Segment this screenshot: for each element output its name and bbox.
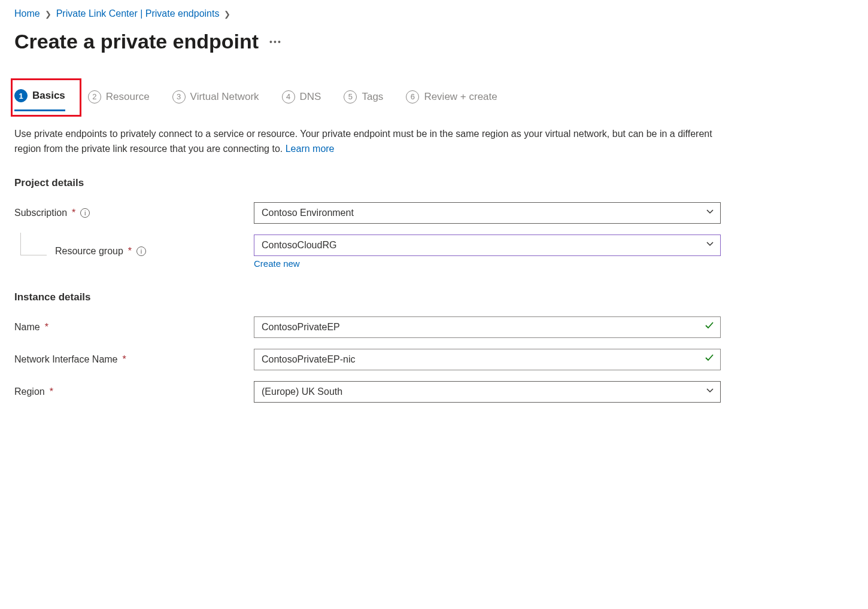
required-icon: *	[128, 246, 132, 257]
row-name: Name * ContosoPrivateEP	[14, 316, 854, 338]
required-icon: *	[50, 386, 53, 397]
learn-more-link[interactable]: Learn more	[286, 144, 335, 154]
step-number-icon: 6	[406, 90, 419, 103]
required-icon: *	[123, 354, 126, 365]
required-icon: *	[72, 208, 75, 218]
create-new-link[interactable]: Create new	[254, 258, 300, 269]
checkmark-icon	[705, 353, 714, 366]
row-region: Region * (Europe) UK South	[14, 381, 854, 403]
breadcrumb-home[interactable]: Home	[14, 8, 40, 19]
row-resource-group: Resource group * i ContosoCloudRG Create…	[14, 235, 854, 269]
step-number-icon: 2	[88, 90, 101, 103]
row-subscription: Subscription * i Contoso Environment	[14, 202, 854, 224]
chevron-down-icon	[706, 239, 714, 252]
chevron-right-icon: ❯	[224, 10, 230, 19]
tree-line-icon	[20, 233, 47, 255]
tab-resource[interactable]: 2 Resource	[88, 90, 150, 111]
chevron-right-icon: ❯	[45, 10, 51, 19]
section-project-details: Project details Subscription * i Contoso…	[14, 177, 854, 269]
label-region: Region	[14, 386, 45, 397]
tab-label: DNS	[300, 91, 321, 103]
resource-group-select[interactable]: ContosoCloudRG	[254, 235, 721, 256]
step-number-icon: 5	[344, 90, 357, 103]
region-select[interactable]: (Europe) UK South	[254, 381, 721, 403]
name-input[interactable]: ContosoPrivateEP	[254, 316, 721, 338]
resource-group-value: ContosoCloudRG	[262, 240, 336, 250]
name-value: ContosoPrivateEP	[262, 322, 340, 332]
step-number-icon: 3	[172, 90, 186, 103]
tab-label: Virtual Network	[190, 91, 259, 103]
tab-label: Review + create	[424, 91, 497, 103]
nic-value: ContosoPrivateEP-nic	[262, 354, 356, 364]
tab-review-create[interactable]: 6 Review + create	[406, 90, 497, 111]
tab-tags[interactable]: 5 Tags	[344, 90, 383, 111]
tab-dns[interactable]: 4 DNS	[282, 90, 321, 111]
breadcrumb: Home ❯ Private Link Center | Private end…	[14, 8, 854, 19]
nic-name-input[interactable]: ContosoPrivateEP-nic	[254, 349, 721, 370]
required-icon: *	[45, 322, 48, 333]
wizard-tabs: 1 Basics 2 Resource 3 Virtual Network 4 …	[14, 89, 854, 111]
step-number-icon: 1	[14, 89, 28, 102]
section-instance-details: Instance details Name * ContosoPrivateEP…	[14, 291, 854, 403]
tab-virtual-network[interactable]: 3 Virtual Network	[172, 90, 259, 111]
tab-label: Basics	[32, 90, 65, 102]
breadcrumb-private-link-center[interactable]: Private Link Center | Private endpoints	[56, 8, 220, 19]
step-number-icon: 4	[282, 90, 295, 103]
label-name: Name	[14, 322, 40, 333]
label-resource-group: Resource group	[55, 246, 123, 257]
row-nic-name: Network Interface Name * ContosoPrivateE…	[14, 349, 854, 370]
chevron-down-icon	[706, 385, 714, 398]
section-title-project: Project details	[14, 177, 854, 189]
page-title: Create a private endpoint	[14, 30, 259, 53]
chevron-down-icon	[706, 206, 714, 220]
intro-text: Use private endpoints to privately conne…	[14, 127, 715, 157]
section-title-instance: Instance details	[14, 291, 854, 303]
tab-label: Tags	[362, 91, 383, 103]
info-icon[interactable]: i	[80, 208, 90, 218]
subscription-value: Contoso Environment	[262, 208, 354, 218]
tab-label: Resource	[106, 91, 150, 103]
tab-basics[interactable]: 1 Basics	[14, 89, 65, 111]
checkmark-icon	[705, 321, 714, 334]
subscription-select[interactable]: Contoso Environment	[254, 202, 721, 224]
label-nic: Network Interface Name	[14, 354, 118, 365]
label-subscription: Subscription	[14, 208, 67, 218]
region-value: (Europe) UK South	[262, 386, 342, 397]
info-icon[interactable]: i	[136, 246, 146, 256]
more-actions-icon[interactable]: •••	[269, 37, 282, 47]
